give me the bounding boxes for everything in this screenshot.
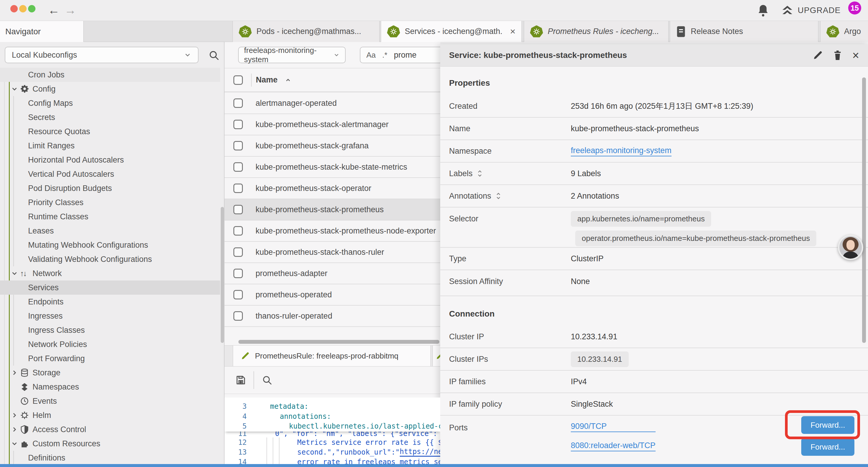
- search-icon[interactable]: [208, 50, 219, 61]
- close-window-button[interactable]: [10, 5, 18, 12]
- row-checkbox[interactable]: [234, 290, 243, 299]
- notification-count-badge[interactable]: 15: [848, 1, 861, 14]
- upgrade-button[interactable]: UPGRADE: [780, 4, 840, 17]
- editor-search-icon[interactable]: [262, 375, 272, 385]
- details-scrollbar[interactable]: [862, 78, 866, 343]
- chevron-right-icon[interactable]: [11, 369, 20, 377]
- row-checkbox[interactable]: [234, 311, 243, 321]
- sidebar-item-priority-classes[interactable]: Priority Classes: [0, 195, 220, 209]
- editor-tab-next[interactable]: [433, 346, 440, 366]
- sidebar-item-helm[interactable]: Helm: [0, 408, 220, 422]
- row-checkbox[interactable]: [234, 141, 243, 150]
- sidebar-item-storage[interactable]: Storage: [0, 366, 220, 380]
- sidebar-scrollbar[interactable]: [221, 207, 224, 343]
- sidebar-item-definitions[interactable]: Definitions: [0, 451, 220, 464]
- sidebar-item-cron-jobs[interactable]: Cron Jobs: [0, 68, 220, 82]
- sidebar-item-services[interactable]: Services: [0, 281, 220, 295]
- table-row[interactable]: kube-prometheus-stack-thanos-ruler: [224, 242, 440, 263]
- port-link-9090[interactable]: 9090/TCP: [571, 422, 656, 432]
- sidebar-item-runtime-classes[interactable]: Runtime Classes: [0, 209, 220, 224]
- tab-argo[interactable]: Argo Se: [820, 21, 868, 42]
- expand-collapse-icon[interactable]: [495, 192, 501, 200]
- sidebar-item-custom-resources[interactable]: Custom Resources: [0, 437, 220, 451]
- yaml-editor[interactable]: 11 0", "for": "nm", "labels": {"service"…: [224, 398, 440, 464]
- close-icon[interactable]: ×: [852, 49, 859, 61]
- table-row[interactable]: prometheus-adapter: [224, 263, 440, 284]
- annotations-count[interactable]: 2 Annotations: [571, 192, 619, 201]
- sidebar-item-config[interactable]: Config: [0, 82, 220, 96]
- edit-icon[interactable]: [813, 50, 823, 60]
- avatar[interactable]: [838, 235, 863, 260]
- navigator-panel-tab[interactable]: Navigator: [0, 21, 84, 42]
- search-input[interactable]: Aa .* prome: [360, 47, 440, 63]
- runbook-url-link[interactable]: https://net: [400, 447, 440, 457]
- sidebar-item-ingress-classes[interactable]: Ingress Classes: [0, 323, 220, 337]
- row-checkbox[interactable]: [234, 98, 243, 108]
- chevron-down-icon[interactable]: [11, 440, 20, 447]
- row-checkbox[interactable]: [234, 162, 243, 172]
- expand-collapse-icon[interactable]: [477, 169, 483, 178]
- sidebar-item-namespaces[interactable]: Namespaces: [0, 380, 220, 394]
- back-button[interactable]: ←: [48, 2, 60, 18]
- sidebar-item-resource-quotas[interactable]: Resource Quotas: [0, 124, 220, 139]
- name-column-header[interactable]: Name: [256, 76, 278, 85]
- sidebar-item-validating-webhook-configurations[interactable]: Validating Webhook Configurations: [0, 252, 220, 266]
- labels-count[interactable]: 9 Labels: [571, 169, 601, 178]
- sidebar-item-events[interactable]: Events: [0, 394, 220, 408]
- chevron-right-icon[interactable]: [11, 426, 20, 433]
- table-row[interactable]: kube-prometheus-stack-operator: [224, 178, 440, 199]
- table-row[interactable]: kube-prometheus-stack-prometheus-node-ex…: [224, 221, 440, 242]
- sidebar-item-vertical-pod-autoscalers[interactable]: Vertical Pod Autoscalers: [0, 167, 220, 181]
- sidebar-item-leases[interactable]: Leases: [0, 224, 220, 238]
- sidebar-item-mutating-webhook-configurations[interactable]: Mutating Webhook Configurations: [0, 238, 220, 252]
- chevron-down-icon[interactable]: [11, 85, 20, 93]
- row-checkbox[interactable]: [234, 205, 243, 214]
- sidebar-item-secrets[interactable]: Secrets: [0, 110, 220, 124]
- sidebar-item-network-policies[interactable]: Network Policies: [0, 337, 220, 351]
- forward-port-button[interactable]: Forward...: [801, 438, 855, 456]
- row-checkbox[interactable]: [234, 226, 243, 236]
- row-checkbox[interactable]: [234, 183, 243, 193]
- chevron-down-icon[interactable]: [11, 269, 20, 277]
- minimize-window-button[interactable]: [19, 5, 27, 12]
- tab-release-notes[interactable]: Release Notes: [670, 21, 818, 42]
- table-row[interactable]: alertmanager-operated: [224, 93, 440, 114]
- kubeconfig-selector[interactable]: Local Kubeconfigs: [5, 47, 198, 63]
- forward-button[interactable]: →: [64, 2, 76, 18]
- close-tab-icon[interactable]: ×: [510, 26, 516, 37]
- delete-icon[interactable]: [833, 50, 842, 61]
- row-checkbox[interactable]: [234, 120, 243, 129]
- sidebar-item-port-forwarding[interactable]: Port Forwarding: [0, 351, 220, 366]
- table-row[interactable]: kube-prometheus-stack-grafana: [224, 135, 440, 157]
- row-checkbox[interactable]: [234, 247, 243, 257]
- table-row[interactable]: kube-prometheus-stack-alertmanager: [224, 114, 440, 135]
- chevron-right-icon[interactable]: [11, 411, 20, 419]
- save-icon[interactable]: [235, 375, 246, 386]
- sidebar-item-network[interactable]: ↑↓ Network: [0, 266, 220, 281]
- tab-pods[interactable]: Pods - icecheng@mathmas...: [232, 21, 380, 42]
- sidebar-item-limit-ranges[interactable]: Limit Ranges: [0, 139, 220, 153]
- sidebar-item-endpoints[interactable]: Endpoints: [0, 295, 220, 309]
- sidebar-item-config-maps[interactable]: Config Maps: [0, 96, 220, 110]
- table-row[interactable]: kube-prometheus-stack-prometheus: [224, 199, 440, 221]
- maximize-window-button[interactable]: [28, 5, 35, 12]
- select-all-checkbox[interactable]: [234, 76, 243, 85]
- horizontal-scrollbar[interactable]: [239, 340, 439, 344]
- namespace-link[interactable]: freeleaps-monitoring-system: [571, 146, 672, 156]
- namespace-selector[interactable]: freeleaps-monitoring-system: [238, 47, 346, 63]
- sidebar-item-ingresses[interactable]: Ingresses: [0, 309, 220, 323]
- tab-services[interactable]: Services - icecheng@math... ×: [381, 21, 522, 42]
- regex-icon[interactable]: .*: [382, 51, 387, 60]
- table-row[interactable]: thanos-ruler-operated: [224, 305, 440, 327]
- port-link-8080-reloader-web[interactable]: 8080:reloader-web/TCP: [571, 441, 656, 451]
- sidebar-item-pod-disruption-budgets[interactable]: Pod Disruption Budgets: [0, 181, 220, 195]
- notifications-bell-icon[interactable]: [757, 4, 769, 17]
- sidebar-item-access-control[interactable]: Access Control: [0, 422, 220, 437]
- sort-ascending-icon[interactable]: [284, 76, 292, 84]
- table-row[interactable]: prometheus-operated: [224, 284, 440, 305]
- table-row[interactable]: kube-prometheus-stack-kube-state-metrics: [224, 157, 440, 178]
- match-case-icon[interactable]: Aa: [366, 51, 376, 60]
- sidebar-item-horizontal-pod-autoscalers[interactable]: Horizontal Pod Autoscalers: [0, 153, 220, 167]
- tab-prometheus-rules[interactable]: Prometheus Rules - icecheng...: [524, 21, 669, 42]
- row-checkbox[interactable]: [234, 269, 243, 278]
